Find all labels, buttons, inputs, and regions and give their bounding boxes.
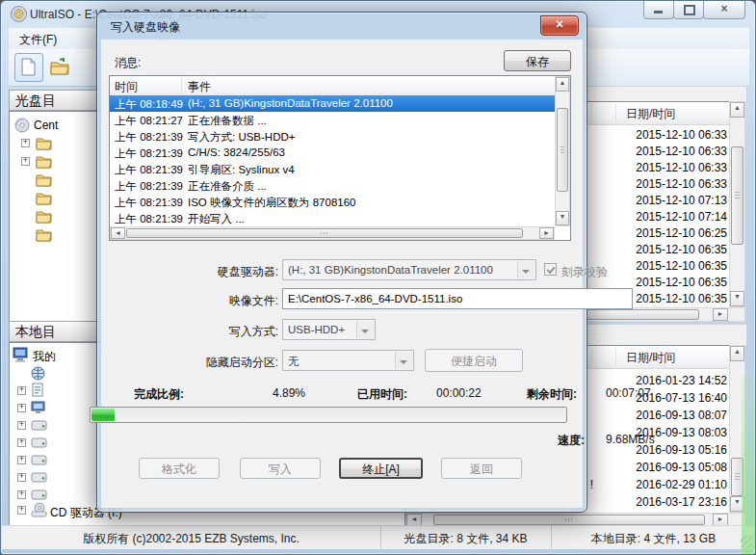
- scroll-thumb[interactable]: [731, 146, 743, 245]
- close-button[interactable]: ×: [703, 1, 745, 19]
- log-row[interactable]: 上午 08:21:39ISO 映像文件的扇区数为 8708160: [110, 194, 555, 210]
- expander-icon[interactable]: [17, 506, 26, 515]
- format-button[interactable]: 格式化: [139, 458, 220, 479]
- scroll-up-arrow[interactable]: [730, 102, 744, 118]
- scroll-up-arrow[interactable]: [556, 77, 569, 92]
- folder-icon: [36, 154, 52, 169]
- time-column-header[interactable]: 时间: [115, 79, 138, 95]
- scroll-down-arrow[interactable]: [556, 211, 569, 225]
- open-folder-icon: [50, 58, 69, 76]
- done-label: 完成比例:: [88, 386, 184, 403]
- verify-label[interactable]: 刻录校验: [561, 264, 608, 280]
- write-method-label: 写入方式:: [115, 324, 278, 340]
- combo-dropdown-button[interactable]: [395, 352, 412, 369]
- minimize-button[interactable]: [643, 1, 674, 19]
- back-button[interactable]: 返回: [441, 458, 522, 479]
- done-value: 4.89%: [273, 386, 305, 400]
- expander-icon[interactable]: [17, 404, 26, 412]
- chevron-down-icon: [400, 360, 407, 368]
- remain-value: 00:07:07: [606, 386, 651, 400]
- dialog-client-area: 消息: 保存 时间 事件 上午 08:18:49(H:, 31 GB)Kings…: [101, 40, 583, 508]
- expander-icon[interactable]: [17, 438, 26, 447]
- tree-label: Cent: [34, 119, 58, 132]
- column-separator[interactable]: [591, 104, 592, 122]
- expander-icon[interactable]: [17, 490, 26, 499]
- folder-icon: [36, 172, 52, 187]
- scroll-down-arrow[interactable]: [730, 291, 744, 306]
- progress-fill: [91, 409, 115, 421]
- window-controls: ×: [644, 1, 745, 19]
- date-column-header[interactable]: 日期/时间: [626, 350, 675, 366]
- expander-icon[interactable]: [17, 473, 26, 482]
- log-row[interactable]: 上午 08:21:39写入方式: USB-HDD+: [110, 128, 555, 145]
- write-button[interactable]: 写入: [240, 458, 321, 479]
- log-hscrollbar[interactable]: [110, 226, 555, 240]
- verify-checkbox[interactable]: [544, 263, 557, 276]
- scroll-thumb[interactable]: [126, 228, 523, 238]
- image-file-input[interactable]: E:\CentOS-7-x86_64-DVD-1511.iso: [282, 288, 633, 309]
- status-disc-directory: 光盘目录: 8 文件, 34 KB: [380, 526, 552, 549]
- log-row[interactable]: 上午 08:21:27正在准备数据 ...: [110, 112, 555, 128]
- column-separator[interactable]: [591, 348, 592, 366]
- local-panel-header-label: 本地目: [15, 324, 56, 339]
- tree-label: 我的: [33, 349, 56, 365]
- drive-icon: [31, 489, 47, 500]
- save-button[interactable]: 保存: [504, 50, 571, 71]
- expander-icon[interactable]: [21, 139, 30, 147]
- chevron-down-icon: [522, 270, 530, 278]
- log-row[interactable]: 上午 08:21:39正在准备介质 ...: [110, 177, 555, 194]
- scroll-right-arrow[interactable]: [539, 227, 554, 239]
- event-column-header[interactable]: 事件: [188, 79, 211, 95]
- open-button[interactable]: [45, 53, 74, 82]
- scroll-thumb[interactable]: [433, 515, 705, 525]
- scroll-right-arrow[interactable]: [713, 308, 728, 321]
- column-separator[interactable]: [615, 348, 616, 366]
- drive-icon: [31, 472, 47, 483]
- menu-file[interactable]: 文件(F): [13, 30, 64, 50]
- dialog-close-button[interactable]: [540, 15, 579, 36]
- background-glow: [742, 375, 755, 554]
- expander-icon[interactable]: [17, 386, 26, 395]
- folder-icon: [36, 191, 52, 205]
- expander-icon[interactable]: [17, 456, 26, 464]
- speed-label: 速度:: [558, 433, 585, 449]
- scroll-up-arrow[interactable]: [730, 346, 744, 361]
- drive-icon: [31, 455, 47, 465]
- folder-icon: [36, 227, 52, 242]
- abort-button[interactable]: 终止[A]: [339, 458, 423, 479]
- desktop-icon: [31, 401, 46, 414]
- minimize-icon: [654, 11, 663, 13]
- status-bar: 版权所有 (c)2002-2015 EZB Systems, Inc. 光盘目录…: [2, 525, 754, 549]
- folder-icon: [36, 136, 52, 150]
- scroll-thumb[interactable]: [557, 108, 568, 192]
- log-row[interactable]: 上午 08:21:39开始写入 ...: [110, 210, 555, 226]
- column-separator[interactable]: [615, 104, 616, 122]
- xpress-boot-button[interactable]: 便捷启动: [425, 349, 523, 372]
- combo-dropdown-button[interactable]: [356, 321, 374, 338]
- combo-dropdown-button[interactable]: [517, 261, 534, 278]
- scroll-left-arrow[interactable]: [111, 227, 125, 239]
- date-column-header[interactable]: 日期/时间: [626, 106, 675, 122]
- disc-panel-header-label: 光盘目: [15, 92, 56, 108]
- new-image-button[interactable]: [14, 53, 43, 82]
- write-method-combobox[interactable]: USB-HDD+: [282, 319, 376, 340]
- write-progress-bar: [90, 407, 567, 423]
- drive-combobox[interactable]: (H:, 31 GB)KingstonDataTraveler 2.01100: [282, 259, 536, 280]
- screen: UltraISO - E:\CentOS-7-x86_64-DVD-1511.i…: [0, 0, 756, 555]
- new-document-icon: [19, 58, 38, 76]
- expander-icon[interactable]: [17, 421, 26, 430]
- disc-list-vscrollbar[interactable]: [729, 101, 745, 307]
- log-row[interactable]: 上午 08:21:39C/H/S: 3824/255/63: [110, 145, 555, 161]
- expander-icon[interactable]: [21, 157, 30, 166]
- image-file-label: 映像文件:: [115, 293, 278, 309]
- computer-icon: [13, 347, 30, 362]
- log-row-selected[interactable]: 上午 08:18:49(H:, 31 GB)KingstonDataTravel…: [110, 95, 555, 112]
- hidden-boot-combobox[interactable]: 无: [282, 350, 414, 371]
- hidden-boot-label: 隐藏启动分区:: [107, 355, 278, 371]
- log-vscrollbar[interactable]: [555, 76, 570, 226]
- maximize-button[interactable]: [673, 1, 704, 19]
- write-disk-image-dialog: 写入硬盘映像 消息: 保存 时间 事件 上午 08:18:49(H:, 31 G…: [96, 12, 587, 513]
- log-column-header[interactable]: 时间 事件: [110, 76, 555, 96]
- status-local-directory: 本地目录: 4 文件, 13 GB: [551, 526, 756, 549]
- log-row[interactable]: 上午 08:21:39引导扇区: Syslinux v4: [110, 161, 555, 177]
